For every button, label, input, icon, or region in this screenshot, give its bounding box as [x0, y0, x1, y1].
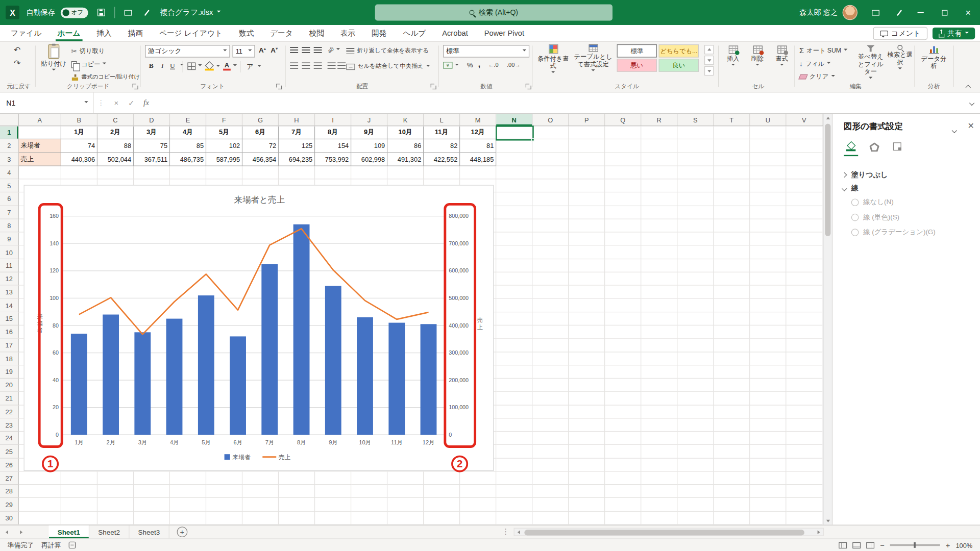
cell-F3[interactable]: 587,995: [206, 153, 242, 166]
chart-title[interactable]: 来場者と売上: [234, 195, 285, 205]
cell-Q18[interactable]: [605, 352, 641, 365]
cell-N6[interactable]: [496, 193, 532, 206]
underline-button[interactable]: U: [167, 62, 184, 69]
excel-app-icon[interactable]: X: [6, 6, 19, 19]
cell-T6[interactable]: [714, 193, 750, 206]
cell-C30[interactable]: [97, 511, 134, 524]
horizontal-scrollbar[interactable]: [514, 528, 824, 536]
cell-M28[interactable]: [460, 485, 496, 498]
horizontal-scrollbar-thumb[interactable]: [524, 530, 804, 535]
cell-B29[interactable]: [61, 498, 97, 511]
cell-M4[interactable]: [460, 166, 496, 179]
column-header[interactable]: F: [206, 114, 242, 126]
cell-Q22[interactable]: [605, 405, 641, 418]
line-option[interactable]: 線 (グラデーション)(G): [851, 228, 936, 237]
avatar[interactable]: [843, 5, 857, 20]
row-header[interactable]: 21: [0, 392, 19, 405]
delete-cells-button[interactable]: 削除: [746, 45, 769, 67]
cell-U7[interactable]: [750, 206, 786, 219]
cell-P30[interactable]: [569, 511, 605, 524]
cell-S30[interactable]: [677, 511, 714, 524]
cell-T5[interactable]: [714, 180, 750, 193]
column-header[interactable]: S: [677, 114, 714, 126]
cell-L27[interactable]: [424, 471, 460, 485]
cell-U27[interactable]: [750, 471, 786, 485]
cell-O29[interactable]: [532, 498, 569, 511]
cell-D3[interactable]: 367,511: [134, 153, 170, 166]
cell-K28[interactable]: [387, 485, 424, 498]
cell-T27[interactable]: [714, 471, 750, 485]
chart[interactable]: 0204060801001201401600100,000200,000300,…: [24, 185, 494, 471]
cell-V1[interactable]: [786, 126, 822, 139]
cell-P9[interactable]: [569, 233, 605, 246]
cell-P28[interactable]: [569, 485, 605, 498]
cell-T4[interactable]: [714, 166, 750, 179]
redo-button[interactable]: [14, 58, 20, 67]
cell-P26[interactable]: [569, 458, 605, 471]
zoom-out-button[interactable]: −: [880, 541, 885, 549]
cell-E1[interactable]: 4月: [170, 126, 206, 139]
align-right-button[interactable]: [314, 62, 322, 68]
cell-Q6[interactable]: [605, 193, 641, 206]
cell-K1[interactable]: 10月: [387, 126, 424, 139]
cell-C2[interactable]: 88: [97, 139, 134, 153]
insert-function-button[interactable]: fx: [139, 92, 154, 113]
formula-input[interactable]: [154, 92, 964, 113]
presenter-button[interactable]: [868, 4, 884, 21]
cell-S18[interactable]: [677, 352, 714, 365]
cell-U5[interactable]: [750, 180, 786, 193]
cell-S3[interactable]: [677, 153, 714, 166]
row-header[interactable]: 2: [0, 139, 19, 153]
cell-O27[interactable]: [532, 471, 569, 485]
ribbon-tab[interactable]: 数式: [231, 25, 262, 41]
cell-U18[interactable]: [750, 352, 786, 365]
cell-U15[interactable]: [750, 312, 786, 325]
page-break-view-icon[interactable]: [866, 542, 874, 548]
inking-button[interactable]: [891, 4, 908, 21]
cell-K30[interactable]: [387, 511, 424, 524]
paste-button[interactable]: 貼り付け: [40, 44, 67, 72]
cell-N26[interactable]: [496, 458, 532, 471]
cell-S25[interactable]: [677, 445, 714, 458]
format-painter-button[interactable]: 書式のコピー/貼り付け: [71, 73, 140, 81]
sheet-tab[interactable]: Sheet1: [49, 525, 90, 539]
row-header[interactable]: 4: [0, 166, 19, 179]
cell-O9[interactable]: [532, 233, 569, 246]
cell-R7[interactable]: [641, 206, 677, 219]
cell-J3[interactable]: 602,998: [351, 153, 387, 166]
cell-D1[interactable]: 3月: [134, 126, 170, 139]
cell-N14[interactable]: [496, 299, 532, 312]
cell-V7[interactable]: [786, 206, 822, 219]
cell-V12[interactable]: [786, 272, 822, 286]
cell-N16[interactable]: [496, 325, 532, 339]
row-header[interactable]: 13: [0, 286, 19, 299]
cell-P3[interactable]: [569, 153, 605, 166]
column-header[interactable]: D: [134, 114, 170, 126]
cell-O20[interactable]: [532, 379, 569, 392]
cell-U6[interactable]: [750, 193, 786, 206]
font-name-dropdown[interactable]: 游ゴシック: [145, 45, 230, 57]
cell-F30[interactable]: [206, 511, 242, 524]
scroll-right-button[interactable]: [814, 530, 823, 534]
ribbon-tab[interactable]: 表示: [332, 25, 363, 41]
cell-L30[interactable]: [424, 511, 460, 524]
row-header[interactable]: 23: [0, 418, 19, 432]
cell-R5[interactable]: [641, 180, 677, 193]
gallery-down-button[interactable]: [704, 56, 714, 65]
cell-S6[interactable]: [677, 193, 714, 206]
cell-P18[interactable]: [569, 352, 605, 365]
chart-legend[interactable]: 来場者売上: [225, 454, 291, 460]
cell-N22[interactable]: [496, 405, 532, 418]
cell-Q26[interactable]: [605, 458, 641, 471]
cell-O12[interactable]: [532, 272, 569, 286]
cell-V28[interactable]: [786, 485, 822, 498]
cell-Q3[interactable]: [605, 153, 641, 166]
number-format-dropdown[interactable]: 標準: [443, 45, 529, 57]
cell-Q27[interactable]: [605, 471, 641, 485]
user-name[interactable]: 森太郎 窓之: [799, 0, 837, 25]
cell-N23[interactable]: [496, 418, 532, 432]
cell-Q21[interactable]: [605, 392, 641, 405]
cell-T2[interactable]: [714, 139, 750, 153]
cell-T20[interactable]: [714, 379, 750, 392]
cell-R19[interactable]: [641, 365, 677, 379]
